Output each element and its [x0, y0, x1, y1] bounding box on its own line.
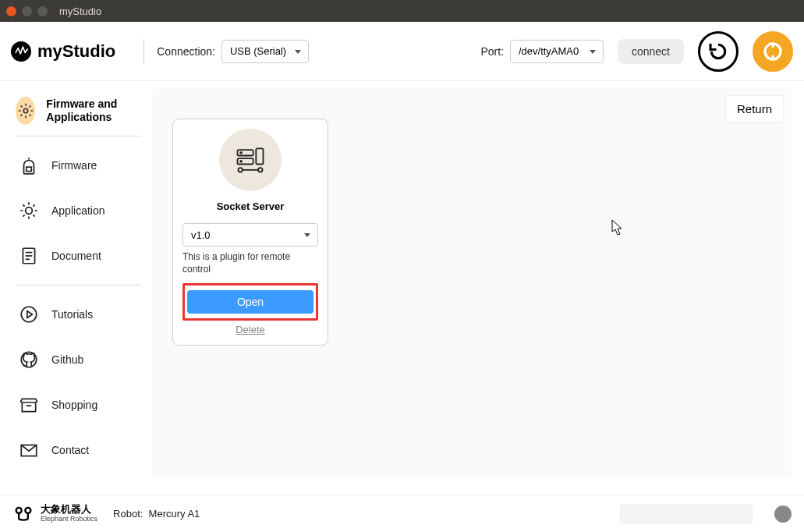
mail-icon [17, 438, 41, 462]
svg-point-15 [238, 168, 243, 172]
app-logo-icon [11, 41, 31, 62]
robot-label: Robot: [113, 508, 143, 520]
shop-icon [17, 393, 41, 417]
window-close-icon[interactable] [6, 6, 16, 16]
port-value: /dev/ttyAMA0 [519, 45, 579, 57]
delete-link[interactable]: Delete [182, 324, 318, 335]
open-button[interactable]: Open [187, 290, 313, 314]
divider [143, 39, 144, 64]
sidebar-item-label: Tutorials [51, 308, 93, 321]
sidebar-item-shopping[interactable]: Shopping [16, 382, 144, 427]
svg-point-18 [16, 507, 22, 512]
cog-icon [17, 199, 41, 222]
window-title: myStudio [59, 5, 101, 17]
github-icon [17, 348, 41, 371]
sidebar-item-label: Contact [51, 444, 89, 456]
sidebar-item-contact[interactable]: Contact [16, 427, 144, 473]
app-logo: myStudio [11, 41, 115, 62]
undo-button[interactable] [698, 31, 738, 72]
divider [16, 136, 141, 137]
refresh-icon [761, 40, 785, 63]
sidebar-header-title: Firmware and Applications [46, 98, 144, 125]
status-dot-icon [774, 505, 792, 523]
svg-point-7 [21, 307, 37, 322]
brand-name-en: Elephant Robotics [41, 516, 97, 523]
window-maximize-icon[interactable] [37, 6, 48, 16]
robot-value: Mercury A1 [149, 508, 200, 520]
connect-button[interactable]: connect [618, 39, 684, 64]
server-icon [219, 129, 282, 191]
brand-name-cn: 大象机器人 [41, 504, 97, 515]
sidebar-header[interactable]: Firmware and Applications [16, 89, 144, 129]
svg-point-13 [240, 161, 242, 162]
gear-icon [16, 97, 35, 125]
svg-rect-1 [27, 167, 32, 171]
main-area: Firmware and Applications Firmware Appli… [0, 81, 804, 495]
svg-rect-14 [256, 148, 263, 164]
sidebar-item-tutorials[interactable]: Tutorials [16, 292, 144, 337]
return-button[interactable]: Return [725, 95, 784, 122]
port-label: Port: [480, 45, 504, 58]
sidebar-item-label: Application [51, 204, 105, 217]
sidebar-item-application[interactable]: Application [16, 188, 144, 233]
sidebar-item-github[interactable]: Github [16, 337, 144, 382]
svg-point-0 [23, 108, 28, 113]
document-icon [17, 244, 41, 268]
sidebar-item-label: Shopping [51, 399, 97, 411]
window-minimize-icon[interactable] [22, 6, 32, 16]
play-icon [17, 303, 41, 326]
version-select[interactable]: v1.0 [182, 223, 318, 246]
undo-icon [707, 40, 730, 63]
version-value: v1.0 [191, 229, 211, 241]
port-select[interactable]: /dev/ttyAMA0 [510, 40, 604, 63]
connection-select[interactable]: USB (Serial) [221, 40, 309, 63]
footer: 大象机器人 Elephant Robotics Robot: Mercury A… [0, 495, 804, 532]
sidebar-item-label: Firmware [51, 159, 97, 172]
sidebar: Firmware and Applications Firmware Appli… [0, 81, 152, 495]
svg-point-2 [26, 207, 33, 215]
sidebar-item-label: Document [51, 250, 101, 262]
content-panel: Return Socket Server v1.0 [152, 87, 792, 477]
window-titlebar: myStudio [0, 0, 804, 22]
content-area: Return Socket Server v1.0 [152, 81, 804, 495]
plugin-card: Socket Server v1.0 This is a plugin for … [172, 119, 328, 346]
card-title: Socket Server [182, 200, 318, 212]
connection-label: Connection: [157, 45, 215, 58]
top-toolbar: myStudio Connection: USB (Serial) Port: … [0, 22, 804, 81]
sidebar-item-firmware[interactable]: Firmware [16, 143, 144, 188]
card-description: This is a plugin for remote control [182, 251, 318, 275]
brand-logo: 大象机器人 Elephant Robotics [12, 503, 97, 525]
footer-input[interactable] [620, 504, 753, 524]
svg-point-16 [258, 168, 263, 172]
open-highlight-box: Open [182, 283, 318, 321]
connection-value: USB (Serial) [230, 45, 286, 57]
elephant-icon [12, 503, 34, 525]
sidebar-item-document[interactable]: Document [16, 233, 144, 278]
divider [16, 285, 141, 286]
refresh-button[interactable] [753, 31, 793, 72]
chip-icon [17, 154, 41, 177]
sidebar-item-label: Github [51, 353, 83, 366]
svg-point-19 [25, 507, 30, 512]
app-logo-text: myStudio [37, 41, 115, 62]
svg-point-12 [240, 152, 242, 154]
